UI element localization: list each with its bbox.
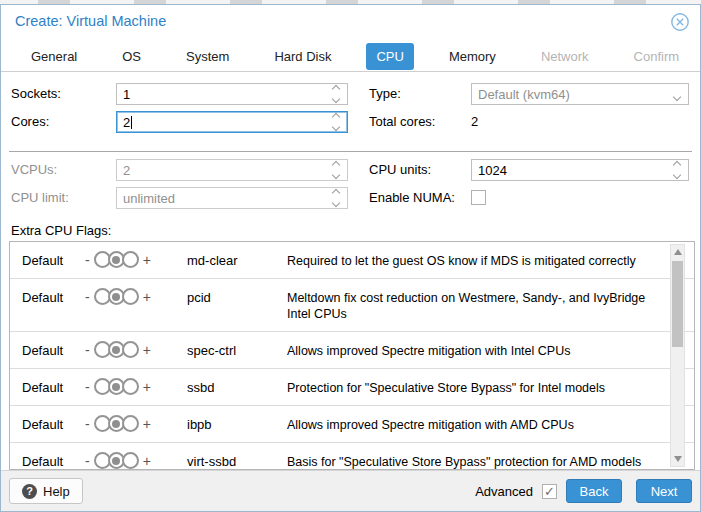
cpu-flags-rows: Default - + md-clear Required to let the…: [10, 242, 694, 470]
flag-plus-label: +: [143, 252, 151, 268]
cpu-flag-row: Default - + ssbd Protection for "Specula…: [10, 369, 694, 406]
flag-on-radio[interactable]: [122, 452, 139, 469]
spinner-up-down-icon[interactable]: [668, 159, 688, 181]
dialog-title: Create: Virtual Machine: [15, 13, 166, 29]
text-caret: [131, 116, 132, 129]
flag-name: virt-ssbd: [187, 452, 287, 469]
tab-bar: General OS System Hard Disk CPU Memory N…: [1, 41, 700, 72]
dialog-footer: ? Help Advanced Back Next: [1, 470, 700, 511]
flag-name: ibpb: [187, 415, 287, 432]
flag-minus-label: -: [85, 379, 90, 395]
scroll-down-icon[interactable]: [674, 456, 682, 462]
flag-tristate-control: - +: [85, 378, 187, 395]
flag-tristate-control: - +: [85, 452, 187, 469]
flag-on-radio[interactable]: [122, 341, 139, 358]
flag-default-label: Default: [22, 452, 85, 469]
spinner-up-down-icon[interactable]: [327, 111, 347, 133]
flag-minus-label: -: [85, 342, 90, 358]
sockets-spinner[interactable]: 1: [116, 83, 348, 105]
flags-scrollbar[interactable]: [670, 244, 685, 467]
advanced-label: Advanced: [475, 484, 533, 499]
flag-name: spec-ctrl: [187, 341, 287, 358]
vcpus-label: VCPUs:: [11, 159, 57, 181]
flag-plus-label: +: [143, 289, 151, 305]
spinner-up-down-icon: [327, 159, 347, 181]
spinner-up-down-icon: [327, 187, 347, 209]
footer-actions: Advanced Back Next: [475, 479, 692, 503]
dialog-header: Create: Virtual Machine: [1, 5, 700, 39]
cores-label: Cores:: [11, 111, 49, 133]
total-cores-value: 2: [471, 111, 478, 133]
help-button-label: Help: [43, 484, 70, 499]
extra-cpu-flags-label: Extra CPU Flags:: [11, 223, 111, 238]
cpu-flag-row: Default - + spec-ctrl Allows improved Sp…: [10, 332, 694, 369]
enable-numa-checkbox[interactable]: [471, 190, 486, 205]
spinner-up-down-icon[interactable]: [327, 83, 347, 105]
flag-default-label: Default: [22, 288, 85, 305]
type-combo[interactable]: Default (kvm64): [471, 83, 689, 105]
cpu-units-spinner[interactable]: 1024: [471, 159, 689, 181]
flag-plus-label: +: [143, 453, 151, 469]
total-cores-label: Total cores:: [369, 111, 435, 133]
flag-description: Required to let the guest OS know if MDS…: [287, 251, 662, 269]
flag-name: md-clear: [187, 251, 287, 268]
cores-spinner[interactable]: 2: [116, 111, 348, 133]
flag-minus-label: -: [85, 289, 90, 305]
cpu-flags-table: Default - + md-clear Required to let the…: [9, 241, 695, 470]
flag-on-radio[interactable]: [122, 251, 139, 268]
tab-general[interactable]: General: [21, 43, 87, 70]
enable-numa-label: Enable NUMA:: [369, 187, 455, 209]
flag-default-label: Default: [22, 341, 85, 358]
flag-description: Basis for "Speculative Store Bypass" pro…: [287, 452, 662, 470]
question-circle-icon: ?: [22, 484, 37, 499]
flag-on-radio[interactable]: [122, 288, 139, 305]
advanced-checkbox[interactable]: [542, 484, 557, 499]
type-label: Type:: [369, 83, 401, 105]
back-button[interactable]: Back: [566, 479, 622, 503]
flag-tristate-control: - +: [85, 251, 187, 268]
flag-default-label: Default: [22, 378, 85, 395]
scrollbar-thumb[interactable]: [672, 261, 683, 347]
flag-description: Allows improved Spectre mitigation with …: [287, 341, 662, 359]
scroll-up-icon[interactable]: [674, 249, 682, 255]
tab-os[interactable]: OS: [112, 43, 151, 70]
vcpus-spinner: 2: [116, 159, 348, 181]
flag-description: Allows improved Spectre mitigation with …: [287, 415, 662, 433]
flag-on-radio[interactable]: [122, 378, 139, 395]
tab-hard-disk[interactable]: Hard Disk: [264, 43, 341, 70]
flag-default-label: Default: [22, 415, 85, 432]
flag-plus-label: +: [143, 342, 151, 358]
screen: Create: Virtual Machine General OS Syste…: [0, 0, 701, 512]
flag-plus-label: +: [143, 379, 151, 395]
flag-tristate-control: - +: [85, 415, 187, 432]
cpu-flag-row: Default - + md-clear Required to let the…: [10, 242, 694, 279]
tab-network[interactable]: Network: [531, 43, 599, 70]
chevron-down-icon[interactable]: [666, 86, 688, 103]
flag-minus-label: -: [85, 453, 90, 469]
flag-description: Meltdown fix cost reduction on Westmere,…: [287, 288, 662, 322]
next-button[interactable]: Next: [636, 479, 692, 503]
create-vm-dialog: Create: Virtual Machine General OS Syste…: [0, 4, 701, 512]
cpu-limit-spinner: unlimited: [116, 187, 348, 209]
tab-memory[interactable]: Memory: [439, 43, 506, 70]
flag-name: ssbd: [187, 378, 287, 395]
advanced-section-divider: [9, 151, 692, 152]
cpu-units-label: CPU units:: [369, 159, 431, 181]
cpu-flag-row: Default - + virt-ssbd Basis for "Specula…: [10, 443, 694, 470]
flag-tristate-control: - +: [85, 341, 187, 358]
close-icon[interactable]: [670, 12, 690, 32]
flag-default-label: Default: [22, 251, 85, 268]
tab-confirm[interactable]: Confirm: [624, 43, 690, 70]
help-button[interactable]: ? Help: [9, 478, 83, 504]
sockets-label: Sockets:: [11, 83, 61, 105]
tab-cpu[interactable]: CPU: [366, 43, 413, 70]
flag-name: pcid: [187, 288, 287, 305]
flag-minus-label: -: [85, 252, 90, 268]
flag-on-radio[interactable]: [122, 415, 139, 432]
flag-minus-label: -: [85, 416, 90, 432]
tab-system[interactable]: System: [176, 43, 239, 70]
flag-tristate-control: - +: [85, 288, 187, 305]
cpu-flag-row: Default - + pcid Meltdown fix cost reduc…: [10, 279, 694, 332]
flag-description: Protection for "Speculative Store Bypass…: [287, 378, 662, 396]
cpu-flag-row: Default - + ibpb Allows improved Spectre…: [10, 406, 694, 443]
